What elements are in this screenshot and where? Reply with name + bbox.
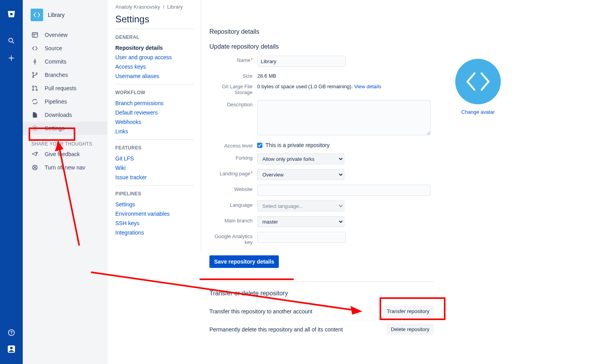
select-language[interactable]: Select language... bbox=[257, 200, 344, 211]
breadcrumb-repo[interactable]: Library bbox=[167, 4, 183, 10]
help-icon[interactable]: ? bbox=[4, 325, 19, 340]
input-website[interactable] bbox=[257, 185, 431, 196]
svg-rect-0 bbox=[10, 13, 13, 15]
nav-feedback[interactable]: Give feedback bbox=[23, 147, 107, 161]
sn-integrations[interactable]: Integrations bbox=[115, 228, 194, 237]
label-name: Name bbox=[209, 56, 257, 63]
nav-label: Settings bbox=[45, 125, 65, 131]
label-landing: Landing page bbox=[209, 169, 257, 177]
select-landing[interactable]: Overview bbox=[257, 169, 344, 180]
repo-avatar-small bbox=[31, 9, 43, 21]
nav-turnoff[interactable]: Turn off new nav bbox=[23, 161, 107, 174]
sn-heading-workflow: WORKFLOW bbox=[115, 90, 194, 95]
overview-icon bbox=[31, 31, 41, 38]
nav-downloads[interactable]: Downloads bbox=[23, 108, 107, 122]
svg-point-15 bbox=[33, 72, 34, 73]
divider-horizontal bbox=[209, 281, 434, 282]
sn-username-aliases[interactable]: Username aliases bbox=[115, 71, 194, 81]
source-icon bbox=[31, 45, 41, 52]
sn-wiki[interactable]: Wiki bbox=[115, 163, 194, 173]
svg-text:?: ? bbox=[10, 330, 13, 335]
label-language: Language bbox=[209, 200, 257, 208]
save-button[interactable]: Save repository details bbox=[209, 255, 279, 268]
sub-title: Update repository details bbox=[209, 43, 558, 50]
nav-label: Pipelines bbox=[45, 98, 67, 105]
delete-button[interactable]: Delete repository bbox=[387, 324, 434, 335]
search-icon[interactable] bbox=[4, 33, 19, 49]
label-access: Access level bbox=[209, 141, 257, 149]
sn-pipelines-settings[interactable]: Settings bbox=[115, 200, 194, 209]
breadcrumb: Anatoly Krasnovsky / Library bbox=[115, 3, 194, 10]
profile-icon[interactable] bbox=[4, 341, 19, 357]
select-main-branch[interactable]: master bbox=[257, 216, 344, 227]
nav-settings[interactable]: Settings bbox=[23, 122, 107, 135]
nav-label: Source bbox=[45, 45, 62, 51]
branches-icon bbox=[31, 71, 41, 78]
transfer-button[interactable]: Transfer repository bbox=[382, 306, 434, 317]
turnoff-icon bbox=[31, 164, 41, 171]
svg-point-17 bbox=[36, 73, 37, 74]
lfs-view-details-link[interactable]: View details bbox=[354, 84, 381, 89]
svg-point-8 bbox=[10, 347, 13, 349]
sn-ssh-keys[interactable]: SSH keys bbox=[115, 218, 194, 228]
global-sidebar: ? bbox=[0, 0, 23, 364]
value-size: 28.6 MB bbox=[257, 71, 276, 79]
nav-source[interactable]: Source bbox=[23, 42, 107, 55]
select-forking[interactable]: Allow only private forks bbox=[257, 153, 344, 164]
nav-label: Pull requests bbox=[45, 85, 76, 91]
lfs-text: 0 bytes of space used (1.0 GB remaining)… bbox=[257, 84, 354, 89]
breadcrumb-owner[interactable]: Anatoly Krasnovsky bbox=[115, 4, 160, 10]
sn-env-vars[interactable]: Environment variables bbox=[115, 209, 194, 218]
sn-issue-tracker[interactable]: Issue tracker bbox=[115, 173, 194, 182]
commits-icon bbox=[31, 58, 41, 65]
sn-git-lfs[interactable]: Git LFS bbox=[115, 154, 194, 163]
sn-branch-permissions[interactable]: Branch permissions bbox=[115, 98, 194, 108]
sn-user-group-access[interactable]: User and group access bbox=[115, 53, 194, 62]
checkbox-private-label: This is a private repository bbox=[265, 142, 329, 148]
nav-overview[interactable]: Overview bbox=[23, 28, 107, 42]
delete-text: Permanently delete this repository and a… bbox=[209, 326, 343, 333]
bitbucket-logo[interactable] bbox=[4, 6, 19, 22]
sn-default-reviewers[interactable]: Default reviewers bbox=[115, 108, 194, 117]
sn-links[interactable]: Links bbox=[115, 127, 194, 136]
label-lfs: Git Large File Storage bbox=[209, 84, 257, 95]
svg-point-21 bbox=[34, 127, 36, 129]
nav-label: Give feedback bbox=[45, 151, 80, 157]
nav-commits[interactable]: Commits bbox=[23, 55, 107, 68]
input-description[interactable] bbox=[257, 100, 431, 135]
svg-point-20 bbox=[36, 89, 37, 91]
repo-avatar-large bbox=[455, 59, 501, 104]
nav-label: Branches bbox=[45, 72, 68, 78]
plus-icon[interactable] bbox=[4, 50, 19, 66]
pull-requests-icon bbox=[31, 85, 41, 92]
sn-heading-pipelines: PIPELINES bbox=[115, 191, 194, 197]
settings-nav: Anatoly Krasnovsky / Library Settings GE… bbox=[107, 0, 201, 364]
page-title: Settings bbox=[115, 14, 194, 25]
checkbox-private[interactable] bbox=[257, 143, 262, 148]
repo-name: Library bbox=[48, 12, 65, 18]
nav-label: Downloads bbox=[45, 112, 72, 118]
svg-point-19 bbox=[33, 89, 34, 91]
svg-line-2 bbox=[13, 42, 14, 44]
sn-access-keys[interactable]: Access keys bbox=[115, 62, 194, 71]
avatar-panel: Change avatar bbox=[449, 59, 507, 115]
transfer-delete-heading: Transfer or delete repository bbox=[209, 290, 558, 297]
input-ga-key[interactable] bbox=[257, 232, 346, 243]
divider-vertical bbox=[201, 0, 201, 251]
nav-pipelines[interactable]: Pipelines bbox=[23, 95, 107, 108]
input-name[interactable] bbox=[257, 56, 346, 67]
nav-pull-requests[interactable]: Pull requests bbox=[23, 82, 107, 95]
nav-label: Commits bbox=[45, 58, 66, 65]
repo-sidebar: Library Overview Source Commits Branches… bbox=[23, 0, 107, 364]
label-main-branch: Main branch bbox=[209, 216, 257, 224]
nav-branches[interactable]: Branches bbox=[23, 68, 107, 82]
change-avatar-link[interactable]: Change avatar bbox=[449, 109, 507, 115]
share-heading: Share your thoughts bbox=[23, 135, 107, 147]
svg-point-12 bbox=[34, 61, 36, 63]
label-description: Description bbox=[209, 100, 257, 107]
svg-point-1 bbox=[9, 38, 13, 42]
sn-webhooks[interactable]: Webhooks bbox=[115, 117, 194, 127]
svg-point-16 bbox=[33, 76, 34, 78]
sn-repo-details[interactable]: Repository details bbox=[115, 43, 194, 53]
downloads-icon bbox=[31, 111, 41, 118]
